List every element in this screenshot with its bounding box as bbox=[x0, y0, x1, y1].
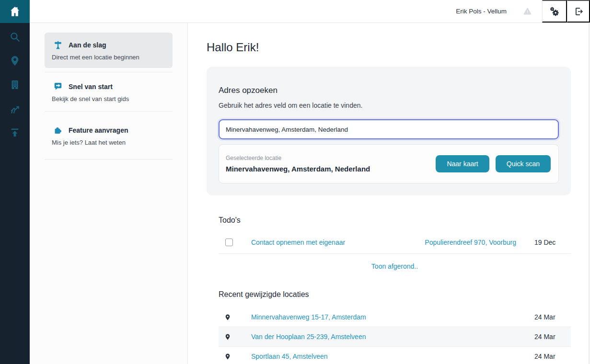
location-row: Minnervahavenweg 15-17, Amsterdam 24 Mar bbox=[219, 307, 571, 327]
building-icon bbox=[9, 79, 21, 91]
todo-checkbox[interactable] bbox=[225, 239, 233, 246]
todo-date: 19 Dec bbox=[534, 239, 571, 246]
rail-item-locations[interactable] bbox=[0, 49, 30, 73]
panel-item-subtitle: Mis je iets? Laat het weten bbox=[52, 139, 165, 146]
quickstart-chat-icon bbox=[53, 82, 63, 91]
puzzle-icon bbox=[53, 125, 63, 135]
location-date: 24 Mar bbox=[534, 333, 571, 341]
rail-item-upload[interactable] bbox=[0, 121, 30, 145]
todos-section: Todo's Contact opnemen met eigenaar Popu… bbox=[207, 216, 571, 270]
panel-item-subtitle: Bekijk de snel van start gids bbox=[52, 95, 165, 102]
panel-item-title: Feature aanvragen bbox=[69, 126, 128, 134]
todo-row: Contact opnemen met eigenaar Populierend… bbox=[219, 231, 571, 254]
home-icon bbox=[9, 5, 21, 18]
scrollbar-track[interactable] bbox=[589, 23, 590, 364]
main-content: Hallo Erik! Adres opzoeken Gebruik het a… bbox=[188, 23, 590, 364]
logout-icon bbox=[573, 6, 584, 17]
selected-location-card: Geselecteerde locatie Minervahavenweg, A… bbox=[219, 144, 559, 183]
selected-location-label: Geselecteerde locatie bbox=[226, 155, 436, 161]
top-bar: Erik Pols - Vellum bbox=[30, 0, 590, 23]
user-name: Erik Pols - Vellum bbox=[456, 8, 507, 15]
panel-item-aan-de-slag[interactable]: Aan de slag Direct met een locatie begin… bbox=[45, 33, 173, 68]
selected-location-value: Minervahavenweg, Amsterdam, Nederland bbox=[226, 165, 436, 173]
rail-item-stats[interactable] bbox=[0, 97, 30, 121]
location-link[interactable]: Sportlaan 45, Amstelveen bbox=[251, 353, 534, 360]
recent-locations-section: Recent gewijzigde locaties Minnervahaven… bbox=[207, 290, 571, 364]
rail-item-buildings[interactable] bbox=[0, 73, 30, 97]
quick-scan-button[interactable]: Quick scan bbox=[496, 155, 551, 172]
address-card-description: Gebruik het adres veld om een locatie te… bbox=[219, 102, 559, 109]
upload-icon bbox=[9, 127, 21, 138]
panel-item-title: Aan de slag bbox=[69, 41, 106, 49]
location-date: 24 Mar bbox=[534, 313, 571, 321]
map-pin-icon bbox=[9, 55, 21, 67]
settings-gears-icon bbox=[549, 6, 560, 17]
address-lookup-card: Adres opzoeken Gebruik het adres veld om… bbox=[207, 67, 571, 195]
todo-location-link[interactable]: Populierendreef 970, Voorburg bbox=[425, 239, 516, 246]
panel-item-snel-van-start[interactable]: Snel van start Bekijk de snel van start … bbox=[45, 72, 173, 111]
panel-item-subtitle: Direct met een locatie beginnen bbox=[52, 54, 165, 61]
location-row: Sportlaan 45, Amstelveen 24 Mar bbox=[219, 347, 571, 364]
naar-kaart-button[interactable]: Naar kaart bbox=[436, 155, 489, 172]
warning-triangle-icon bbox=[523, 7, 532, 16]
todos-title: Todo's bbox=[219, 216, 571, 225]
map-pin-icon bbox=[225, 314, 231, 321]
recent-locations-title: Recent gewijzigde locaties bbox=[219, 290, 571, 299]
icon-rail bbox=[0, 0, 30, 364]
rail-item-search[interactable] bbox=[0, 25, 30, 49]
chart-icon bbox=[9, 103, 21, 115]
rail-item-home[interactable] bbox=[0, 0, 30, 23]
show-completed-link[interactable]: Toon afgerond.. bbox=[371, 262, 418, 270]
search-icon bbox=[9, 31, 21, 43]
settings-button[interactable] bbox=[542, 0, 567, 23]
panel-item-feature-aanvragen[interactable]: Feature aanvragen Mis je iets? Laat het … bbox=[45, 112, 173, 159]
panel-item-title: Snel van start bbox=[69, 83, 113, 91]
todo-task-link[interactable]: Contact opnemen met eigenaar bbox=[251, 239, 425, 246]
logout-button[interactable] bbox=[567, 0, 590, 23]
signpost-icon bbox=[53, 40, 63, 50]
address-search-input[interactable] bbox=[219, 119, 559, 139]
page-title: Hallo Erik! bbox=[207, 41, 590, 54]
quick-actions-panel: Aan de slag Direct met een locatie begin… bbox=[30, 23, 188, 364]
location-row: Van der Hooplaan 25-239, Amstelveen 24 M… bbox=[219, 327, 571, 347]
map-pin-icon bbox=[225, 353, 231, 360]
address-card-title: Adres opzoeken bbox=[219, 86, 559, 95]
location-link[interactable]: Minnervahavenweg 15-17, Amsterdam bbox=[251, 313, 534, 321]
divider bbox=[45, 159, 173, 159]
location-link[interactable]: Van der Hooplaan 25-239, Amstelveen bbox=[251, 333, 534, 341]
location-date: 24 Mar bbox=[534, 353, 571, 360]
map-pin-icon bbox=[225, 333, 231, 341]
